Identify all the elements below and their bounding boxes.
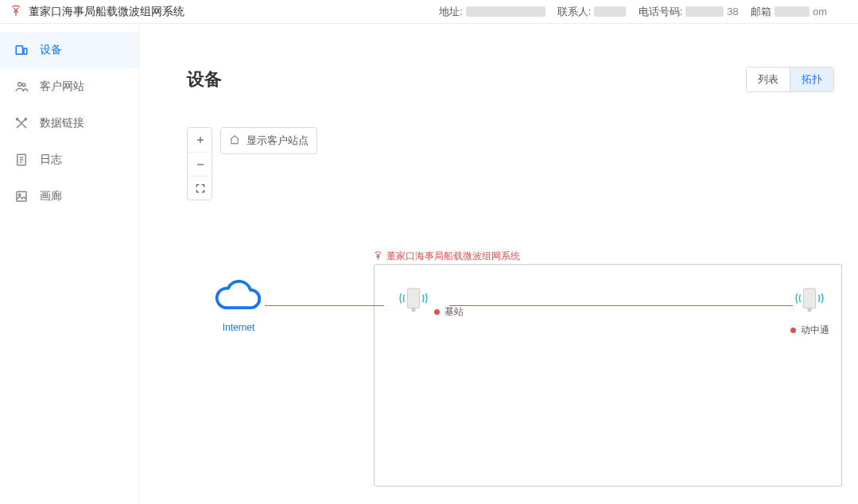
status-dot-offline xyxy=(434,309,440,315)
sidebar-item-data-links[interactable]: 数据链接 xyxy=(0,105,138,142)
svg-rect-19 xyxy=(803,289,815,308)
sidebar-item-customer-sites[interactable]: 客户网站 xyxy=(0,68,138,105)
topology-canvas[interactable]: 董家口海事局船载微波组网系统 Internet xyxy=(187,223,842,504)
site-title-text: 董家口海事局船载微波组网系统 xyxy=(386,250,520,263)
status-dot-offline xyxy=(790,328,796,333)
devices-icon xyxy=(14,43,29,57)
sidebar-item-gallery[interactable]: 画廊 xyxy=(0,178,138,215)
svg-point-3 xyxy=(18,83,22,87)
svg-rect-2 xyxy=(24,48,27,55)
link-line-internet-to-site xyxy=(265,305,384,306)
view-list-button[interactable]: 列表 xyxy=(747,68,790,91)
document-icon xyxy=(14,153,29,167)
users-icon xyxy=(14,79,29,94)
address-label: 地址: xyxy=(439,5,463,19)
show-customer-sites-button[interactable]: 显示客户站点 xyxy=(220,127,317,154)
view-toggle: 列表 拓扑 xyxy=(746,67,834,92)
phone-suffix: 38 xyxy=(727,6,738,17)
zoom-in-button[interactable] xyxy=(188,128,212,152)
sidebar-item-label: 设备 xyxy=(40,43,62,57)
phone-value-redacted xyxy=(685,6,724,17)
link-line-between-devices xyxy=(449,305,793,306)
sidebar-item-label: 画廊 xyxy=(40,189,62,204)
antenna-device-icon xyxy=(791,305,828,317)
email-suffix: om xyxy=(813,6,827,17)
main-content: 设备 列表 拓扑 xyxy=(139,24,858,504)
sidebar-item-logs[interactable]: 日志 xyxy=(0,142,138,178)
page-header: 董家口海事局船载微波组网系统 地址: 联系人: 电话号码: 38 邮箱 om xyxy=(0,0,858,24)
header-contact-info: 地址: 联系人: 电话号码: 38 邮箱 om xyxy=(439,5,827,19)
image-icon xyxy=(14,189,29,204)
svg-rect-17 xyxy=(407,289,419,308)
contact-label: 联系人: xyxy=(557,5,592,19)
svg-point-4 xyxy=(22,83,25,87)
address-value-redacted xyxy=(466,6,545,17)
home-icon xyxy=(229,134,240,148)
device-name: 动中通 xyxy=(801,324,829,337)
svg-rect-18 xyxy=(411,308,415,312)
show-sites-label: 显示客户站点 xyxy=(247,134,309,148)
internet-label: Internet xyxy=(203,322,274,333)
email-value-redacted xyxy=(775,6,809,17)
device-node-basestation[interactable]: 基站 xyxy=(394,283,465,319)
contact-value-redacted xyxy=(594,6,626,17)
svg-rect-20 xyxy=(808,308,812,312)
sidebar-item-label: 客户网站 xyxy=(40,79,84,94)
alert-antenna-icon xyxy=(373,250,383,263)
phone-label: 电话号码: xyxy=(639,5,683,19)
antenna-device-icon xyxy=(395,305,435,317)
sidebar-item-devices[interactable]: 设备 xyxy=(0,32,138,68)
site-title: 董家口海事局船载微波组网系统 xyxy=(373,250,520,263)
app-title: 董家口海事局船载微波组网系统 xyxy=(29,5,184,19)
email-label: 邮箱 xyxy=(751,5,771,19)
device-name: 基站 xyxy=(445,305,464,319)
sidebar-item-label: 数据链接 xyxy=(40,116,84,130)
zoom-panel xyxy=(187,127,212,200)
zoom-out-button[interactable] xyxy=(188,152,212,176)
view-topology-button[interactable]: 拓扑 xyxy=(790,68,833,91)
sidebar-item-label: 日志 xyxy=(40,153,62,167)
device-label-row: 基站 xyxy=(434,305,464,319)
svg-point-12 xyxy=(19,194,21,196)
cloud-icon xyxy=(215,305,262,317)
svg-rect-11 xyxy=(17,192,26,201)
internet-node[interactable]: Internet xyxy=(203,280,274,333)
sidebar: 设备 客户网站 数据链接 xyxy=(0,24,139,504)
logo-antenna-icon xyxy=(10,4,22,19)
device-node-mobile-antenna[interactable]: 动中通 xyxy=(774,283,845,337)
page-title: 设备 xyxy=(187,68,222,91)
device-label-row: 动中通 xyxy=(790,324,829,337)
zoom-fit-button[interactable] xyxy=(188,176,212,200)
crossed-tools-icon xyxy=(14,116,29,130)
svg-rect-1 xyxy=(16,46,22,55)
